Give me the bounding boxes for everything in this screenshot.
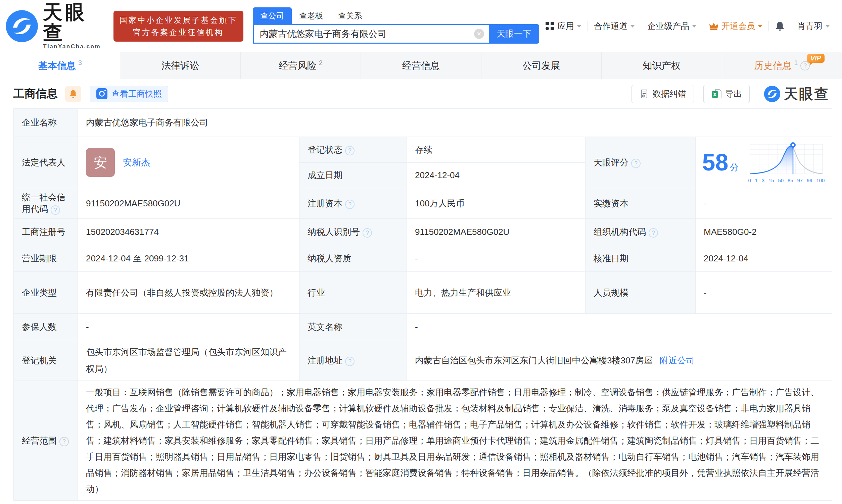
- tab-count: 2: [319, 59, 322, 67]
- business-info-header: 工商信息 查看工商快照 数据纠错: [0, 79, 842, 108]
- score-axis-labels: 0 1 3 15 50 85 97 99 100: [748, 178, 825, 183]
- top-header: 天眼查 TianYanCha.com 国家中小企业发展子基金旗下 官方备案企业征…: [0, 0, 842, 52]
- nav-apps[interactable]: 应用: [539, 20, 587, 32]
- help-icon[interactable]: [631, 159, 641, 168]
- tab-label: 知识产权: [643, 59, 681, 72]
- reg-number-label: 工商注册号: [14, 219, 78, 245]
- axis-tick: 100: [816, 178, 825, 183]
- nav-user-menu[interactable]: 肖青羽: [791, 20, 836, 32]
- paid-capital-label: 实缴资本: [585, 188, 696, 219]
- chevron-down-icon: [758, 25, 762, 28]
- reg-status-label: 登记状态: [299, 137, 407, 163]
- help-icon[interactable]: [51, 205, 60, 215]
- approval-date-value: 2024-12-04: [696, 245, 832, 272]
- help-icon[interactable]: [363, 228, 372, 238]
- logo-text: 天眼查 TianYanCha.com: [43, 2, 106, 50]
- field-label: 注册资本: [308, 198, 343, 209]
- section-title: 工商信息: [14, 86, 58, 101]
- reg-address-value: 内蒙古自治区包头市东河区东门大街旧回中公寓楼3楼307房屋: [415, 355, 653, 365]
- export-button[interactable]: 导出: [703, 85, 750, 103]
- search-button[interactable]: 天眼一下: [489, 24, 539, 43]
- axis-tick: 3: [762, 178, 765, 183]
- help-icon[interactable]: [345, 357, 354, 366]
- reg-capital-label: 注册资本: [299, 188, 407, 219]
- search-box: [253, 24, 489, 43]
- search-input[interactable]: [260, 29, 474, 39]
- legal-rep-avatar[interactable]: 安: [86, 148, 115, 177]
- reg-number-value: 150202034631774: [78, 219, 299, 245]
- score-unit: 分: [730, 162, 739, 173]
- vip-badge: VIP: [807, 54, 825, 63]
- search-area: 查公司 查老板 查关系 天眼一下: [253, 9, 539, 43]
- header-actions: 数据纠错 导出 天眼查: [622, 85, 832, 103]
- chevron-down-icon: [692, 25, 697, 28]
- industry-label: 行业: [299, 272, 407, 314]
- logo-name: 天眼查: [43, 2, 106, 43]
- help-icon[interactable]: [345, 146, 354, 155]
- tab-label: 经营信息: [402, 59, 440, 72]
- tab-operation-info[interactable]: 经营信息: [361, 52, 481, 79]
- company-name-label: 企业名称: [14, 109, 78, 137]
- tab-label: 经营风险: [279, 59, 316, 72]
- tab-basic-info[interactable]: 基本信息3: [0, 52, 120, 79]
- tab-count: 3: [78, 59, 82, 67]
- english-name-label: 英文名称: [299, 314, 407, 340]
- help-icon[interactable]: [59, 437, 69, 446]
- axis-tick: 15: [769, 178, 774, 183]
- tianyancha-watermark: 天眼查: [764, 85, 829, 103]
- help-icon[interactable]: [345, 200, 354, 209]
- taxpayer-id-value: 91150202MAE580G02U: [407, 219, 585, 245]
- axis-tick: 97: [797, 178, 803, 183]
- nav-notifications[interactable]: [769, 21, 791, 32]
- tab-history-info[interactable]: VIP 历史信息1: [722, 52, 842, 79]
- subscribe-bell-button[interactable]: [65, 86, 81, 102]
- tianyancha-logo[interactable]: 天眼查 TianYanCha.com: [5, 2, 106, 50]
- tab-legal-litigation[interactable]: 法律诉讼: [120, 52, 240, 79]
- help-icon[interactable]: [649, 228, 658, 238]
- nav-partner-channel[interactable]: 合作通道: [588, 20, 641, 32]
- tianyancha-logo-icon: [764, 86, 780, 102]
- chevron-down-icon: [577, 25, 581, 28]
- legal-rep-link[interactable]: 安新杰: [123, 156, 150, 168]
- insured-count-value: -: [78, 314, 299, 340]
- gov-badge-line2: 官方备案企业征信机构: [120, 26, 238, 38]
- org-code-value: MAE580G0-2: [696, 219, 832, 245]
- search-tab-boss[interactable]: 查老板: [292, 7, 331, 24]
- org-code-label: 组织机构代码: [585, 219, 696, 245]
- score-cell: 58分: [696, 137, 832, 188]
- search-tab-relation[interactable]: 查关系: [331, 7, 370, 24]
- axis-tick: 1: [755, 178, 758, 183]
- business-scope-label: 经营范围: [14, 381, 78, 501]
- tab-intellectual-property[interactable]: 知识产权: [602, 52, 722, 79]
- gov-badge-line1: 国家中小企业发展子基金旗下: [120, 14, 238, 26]
- tab-operation-risk[interactable]: 经营风险2: [241, 52, 361, 79]
- crown-icon: [709, 22, 718, 30]
- logo-domain: TianYanCha.com: [43, 43, 106, 50]
- table-row: 统一社会信用代码 91150202MAE580G02U 注册资本 100万人民币…: [14, 188, 832, 219]
- taxpayer-quality-value: -: [407, 245, 585, 272]
- data-correction-button[interactable]: 数据纠错: [631, 85, 694, 103]
- company-tab-bar: 基本信息3 法律诉讼 经营风险2 经营信息 公司发展 知识产权 VIP 历史信息…: [0, 52, 842, 79]
- taxpayer-quality-label: 纳税人资质: [299, 245, 407, 272]
- tab-company-development[interactable]: 公司发展: [481, 52, 602, 79]
- reg-authority-value: 包头市东河区市场监督管理局（包头市东河区知识产权局）: [78, 340, 299, 381]
- export-label: 导出: [725, 88, 742, 99]
- nav-enterprise-products[interactable]: 企业级产品: [641, 20, 703, 32]
- nav-vip-label: 开通会员: [721, 20, 755, 32]
- axis-tick: 0: [748, 178, 751, 183]
- clear-search-icon[interactable]: [474, 29, 484, 39]
- industry-value: 电力、热力生产和供应业: [407, 272, 585, 314]
- business-term-value: 2024-12-04 至 2099-12-31: [78, 245, 299, 272]
- field-label: 组织机构代码: [594, 227, 646, 237]
- nav-open-vip[interactable]: 开通会员: [703, 20, 769, 32]
- nearby-companies-link[interactable]: 附近公司: [660, 355, 695, 365]
- search-tab-company[interactable]: 查公司: [253, 7, 292, 24]
- axis-tick: 99: [807, 178, 812, 183]
- bell-icon: [775, 21, 785, 32]
- tianyancha-company-page: 天眼查 TianYanCha.com 国家中小企业发展子基金旗下 官方备案企业征…: [0, 0, 842, 504]
- reg-status-value: 存续: [407, 137, 585, 163]
- view-business-snapshot-button[interactable]: 查看工商快照: [90, 86, 168, 102]
- table-row: 企业类型 有限责任公司（非自然人投资或控股的法人独资） 行业 电力、热力生产和供…: [14, 272, 832, 314]
- insured-count-label: 参保人数: [14, 314, 78, 340]
- tab-count: 1: [794, 59, 798, 67]
